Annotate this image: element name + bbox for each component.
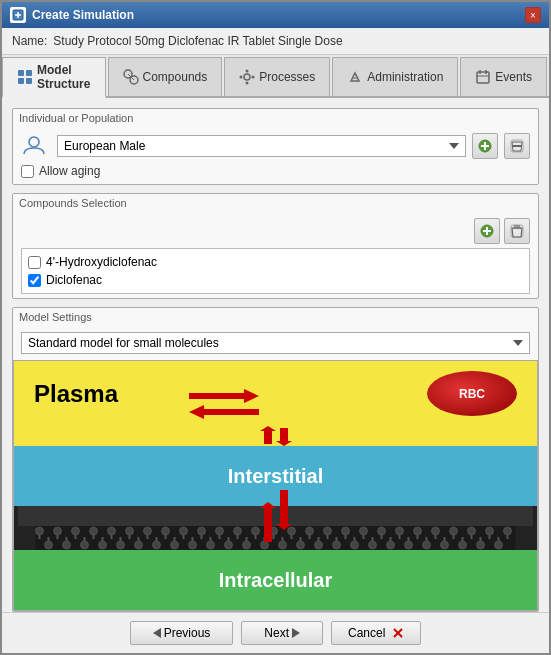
svg-point-108 [342,527,350,535]
window-title: Create Simulation [32,8,134,22]
previous-arrow-icon [153,628,161,638]
compound-item-1: Diclofenac [28,271,523,289]
svg-point-54 [99,541,107,549]
membrane-vertical-arrows [256,488,296,547]
svg-rect-3 [18,70,24,76]
allow-aging-label: Allow aging [39,164,100,178]
main-content: Individual or Population European Male [2,98,549,612]
svg-point-78 [207,541,215,549]
svg-rect-6 [26,78,32,84]
svg-point-12 [246,82,249,85]
svg-point-98 [297,541,305,549]
plasma-interstitial-arrows [14,426,537,446]
window-icon [10,7,26,23]
bottom-bar: Previous Next Cancel [2,612,549,653]
svg-point-120 [396,527,404,535]
previous-button[interactable]: Previous [130,621,234,645]
remove-compound-button[interactable] [504,218,530,244]
tab-model-structure[interactable]: Model Structure [2,57,106,98]
svg-point-128 [432,527,440,535]
close-button[interactable]: × [525,7,541,23]
svg-point-138 [477,541,485,549]
arrow-left-icon [189,405,259,419]
processes-icon [239,69,255,85]
compound-item-0: 4'-Hydroxydiclofenac [28,253,523,271]
arrow-right-icon [189,389,259,403]
membrane-row: // generate pill shapes [14,506,537,526]
remove-individual-button[interactable] [504,133,530,159]
administration-icon [347,69,363,85]
svg-rect-4 [26,70,32,76]
compound-label-1: Diclofenac [46,273,102,287]
svg-point-80 [216,527,224,535]
allow-aging-checkbox[interactable] [21,165,34,178]
intracellular-label: Intracellular [219,569,332,592]
svg-marker-32 [189,389,259,403]
svg-point-140 [486,527,494,535]
svg-marker-38 [276,490,292,530]
svg-point-68 [162,527,170,535]
compound-checkbox-0[interactable] [28,256,41,269]
svg-point-74 [189,541,197,549]
svg-point-60 [126,527,134,535]
svg-point-132 [450,527,458,535]
next-button[interactable]: Next [241,621,323,645]
model-settings-section: Model Settings Standard model for small … [12,307,539,612]
svg-point-142 [495,541,503,549]
svg-point-124 [414,527,422,535]
compounds-section: Compounds Selection 4'-Hydroxydiclofenac [12,193,539,299]
tab-compounds[interactable]: Compounds [108,57,223,96]
tab-events[interactable]: Events [460,57,547,96]
model-diagram: Plasma [13,360,538,611]
svg-point-104 [324,527,332,535]
svg-point-86 [243,541,251,549]
svg-point-11 [246,70,249,73]
simulation-name: Study Protocol 50mg Diclofenac IR Tablet… [53,34,539,48]
individual-section: Individual or Population European Male [12,108,539,185]
svg-point-50 [81,541,89,549]
compound-checkbox-1[interactable] [28,274,41,287]
svg-point-13 [240,76,243,79]
tab-events-label: Events [495,70,532,84]
tab-model-structure-label: Model Structure [37,63,91,91]
interstitial-label: Interstitial [228,465,324,488]
svg-marker-147 [292,628,300,638]
svg-point-82 [225,541,233,549]
svg-point-58 [117,541,125,549]
tab-compounds-label: Compounds [143,70,208,84]
model-settings-dropdown[interactable]: Standard model for small molecules [21,332,530,354]
svg-point-44 [54,527,62,535]
svg-point-102 [315,541,323,549]
svg-rect-5 [18,78,24,84]
cancel-icon [392,627,404,639]
vertical-arrows-up-down-icon [256,426,296,446]
tab-administration[interactable]: Administration [332,57,458,96]
compounds-icon [123,69,139,85]
cancel-button[interactable]: Cancel [331,621,421,645]
svg-point-52 [90,527,98,535]
title-bar: Create Simulation × [2,2,549,28]
svg-point-72 [180,527,188,535]
add-individual-button[interactable] [472,133,498,159]
svg-point-144 [504,527,512,535]
plasma-layer: Plasma [14,361,537,426]
plasma-arrows [189,389,259,419]
svg-marker-146 [153,628,161,638]
svg-marker-33 [189,405,259,419]
tab-administration-label: Administration [367,70,443,84]
svg-point-70 [171,541,179,549]
intracellular-layer: Intracellular [14,550,537,610]
svg-marker-37 [260,502,276,542]
compounds-section-title: Compounds Selection [13,194,538,212]
cancel-label: Cancel [348,626,385,640]
events-icon [475,69,491,85]
svg-point-130 [441,541,449,549]
tab-processes[interactable]: Processes [224,57,330,96]
name-label: Name: [12,34,47,48]
individual-dropdown[interactable]: European Male [57,135,466,157]
model-settings-title: Model Settings [13,308,538,326]
svg-point-122 [405,541,413,549]
svg-point-62 [135,541,143,549]
svg-point-134 [459,541,467,549]
add-compound-button[interactable] [474,218,500,244]
